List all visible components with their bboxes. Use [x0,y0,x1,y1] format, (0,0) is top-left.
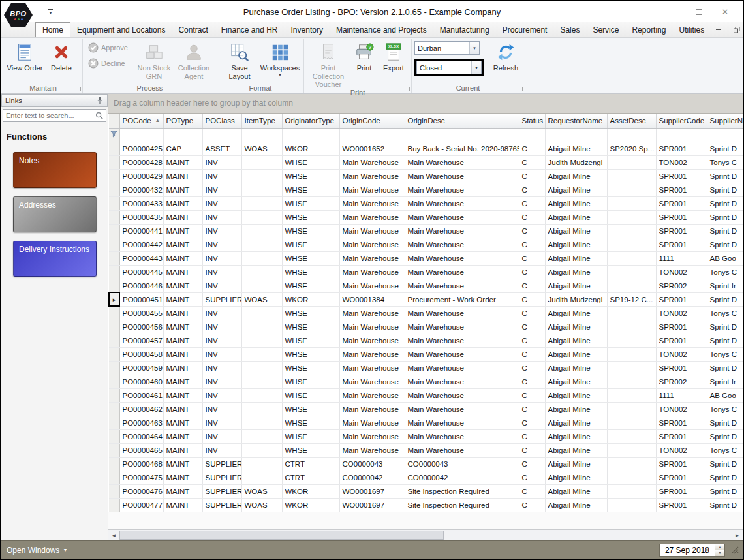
cell-assetdesc[interactable] [607,388,656,402]
delete-button[interactable]: Delete [43,41,80,72]
cell-origincode[interactable]: Main Warehouse [339,196,405,210]
cell-pocode[interactable]: PO0000435 [119,210,163,224]
table-row[interactable]: PO0000477MAINTSUPPLIERWOASWKORWO0001697S… [109,498,743,512]
table-row[interactable]: PO0000456MAINTINVWHSEMain WarehouseMain … [109,320,743,334]
row-indicator[interactable] [109,375,119,388]
cell-status[interactable]: C [519,183,545,196]
cell-origindesc[interactable]: Site Inspection Required [405,484,519,498]
cell-origindesc[interactable]: Main Warehouse [405,155,519,169]
cell-poclass[interactable]: INV [202,196,241,210]
cell-assetdesc[interactable] [607,457,656,471]
cell-origincode[interactable]: Main Warehouse [339,306,405,320]
cell-poclass[interactable]: INV [202,224,241,238]
dialog-launcher-icon[interactable] [518,87,523,91]
filter-cell-originatortype[interactable] [282,128,339,142]
cell-suppliercode[interactable]: TON002 [656,402,707,416]
cell-originatortype[interactable]: WHSE [282,155,339,169]
filter-cell-requestorname[interactable] [545,128,607,142]
column-header-itemtype[interactable]: ItemType [241,114,282,128]
cell-itemtype[interactable] [241,375,282,388]
horizontal-scrollbar[interactable]: ◄ ► [108,529,743,540]
cell-itemtype[interactable] [241,238,282,251]
filter-cell-origincode[interactable] [339,128,405,142]
status-combobox[interactable]: Closed ▼ [416,61,482,74]
cell-assetdesc[interactable] [607,238,656,251]
cell-originatortype[interactable]: WHSE [282,251,339,265]
cell-suppliercode[interactable]: SPR001 [656,142,707,155]
cell-pocode[interactable]: PO0000442 [119,238,163,251]
cell-origindesc[interactable]: Buy Back - Serial No. 2020-98765 [405,142,519,155]
tab-service[interactable]: Service [586,23,625,37]
tab-inventory[interactable]: Inventory [285,23,330,37]
tab-maintenance-and-projects[interactable]: Maintenance and Projects [330,23,433,37]
cell-assetdesc[interactable] [607,402,656,416]
cell-pocode[interactable]: PO0000446 [119,279,163,292]
row-indicator[interactable] [109,429,119,443]
cell-originatortype[interactable]: WHSE [282,196,339,210]
cell-assetdesc[interactable]: SP2020 Sp... [607,142,656,155]
scroll-left-arrow-icon[interactable]: ◄ [108,530,119,540]
cell-suppliercode[interactable]: SPR001 [656,183,707,196]
cell-requestorname[interactable]: Abigail Milne [545,306,607,320]
cell-requestorname[interactable]: Abigail Milne [545,443,607,457]
row-indicator[interactable] [109,251,119,265]
cell-originatortype[interactable]: WHSE [282,238,339,251]
cell-suppliercode[interactable]: SPR001 [656,224,707,238]
cell-potype[interactable]: MAINT [163,183,202,196]
cell-originatortype[interactable]: WHSE [282,210,339,224]
cell-originatortype[interactable]: WHSE [282,183,339,196]
cell-origindesc[interactable]: Main Warehouse [405,320,519,334]
cell-status[interactable]: C [519,279,545,292]
cell-potype[interactable]: MAINT [163,443,202,457]
cell-status[interactable]: C [519,210,545,224]
cell-pocode[interactable]: PO0000458 [119,347,163,361]
cell-originatortype[interactable]: WKOR [282,292,339,306]
cell-itemtype[interactable] [241,457,282,471]
row-indicator[interactable] [109,388,119,402]
cell-origincode[interactable]: Main Warehouse [339,251,405,265]
cell-poclass[interactable]: SUPPLIER [202,292,241,306]
cell-itemtype[interactable] [241,155,282,169]
cell-origincode[interactable]: Main Warehouse [339,334,405,347]
cell-suppliername[interactable]: Tonys C [707,443,743,457]
function-button-delivery-instructions[interactable]: Delivery Instructions [13,241,97,277]
table-row[interactable]: PO0000462MAINTINVWHSEMain WarehouseMain … [109,402,743,416]
cell-potype[interactable]: MAINT [163,498,202,512]
cell-itemtype[interactable] [241,306,282,320]
cell-status[interactable]: C [519,498,545,512]
cell-suppliername[interactable]: Sprint D [707,210,743,224]
cell-origincode[interactable]: Main Warehouse [339,183,405,196]
cell-poclass[interactable]: INV [202,210,241,224]
cell-suppliercode[interactable]: 1111 [656,388,707,402]
cell-suppliername[interactable]: Tonys C [707,265,743,279]
cell-originatortype[interactable]: WKOR [282,484,339,498]
table-row[interactable]: PO0000442MAINTINVWHSEMain WarehouseMain … [109,238,743,251]
cell-suppliername[interactable]: Tonys C [707,402,743,416]
row-indicator[interactable] [109,169,119,183]
filter-cell-suppliername[interactable] [707,128,743,142]
cell-originatortype[interactable]: WHSE [282,429,339,443]
cell-suppliername[interactable]: Tonys C [707,155,743,169]
search-input[interactable] [6,112,95,119]
cell-assetdesc[interactable] [607,334,656,347]
row-indicator[interactable] [109,210,119,224]
cell-suppliercode[interactable]: TON002 [656,347,707,361]
cell-poclass[interactable]: INV [202,169,241,183]
cell-pocode[interactable]: PO0000443 [119,251,163,265]
cell-pocode[interactable]: PO0000457 [119,334,163,347]
table-row[interactable]: PO0000465MAINTINVWHSEMain WarehouseMain … [109,443,743,457]
cell-potype[interactable]: MAINT [163,457,202,471]
cell-pocode[interactable]: PO0000441 [119,224,163,238]
cell-itemtype[interactable] [241,320,282,334]
dropdown-arrow-icon[interactable]: ▼ [469,42,479,54]
tab-reporting[interactable]: Reporting [625,23,672,37]
function-button-notes[interactable]: Notes [13,152,97,188]
cell-origindesc[interactable]: Main Warehouse [405,375,519,388]
cell-assetdesc[interactable] [607,210,656,224]
cell-suppliername[interactable]: Sprint D [707,361,743,375]
cell-suppliername[interactable]: Sprint Ir [707,279,743,292]
cell-potype[interactable]: CAP [163,142,202,155]
cell-pocode[interactable]: PO0000451 [119,292,163,306]
function-button-addresses[interactable]: Addresses [13,196,97,232]
table-row[interactable]: PO0000432MAINTINVWHSEMain WarehouseMain … [109,183,743,196]
